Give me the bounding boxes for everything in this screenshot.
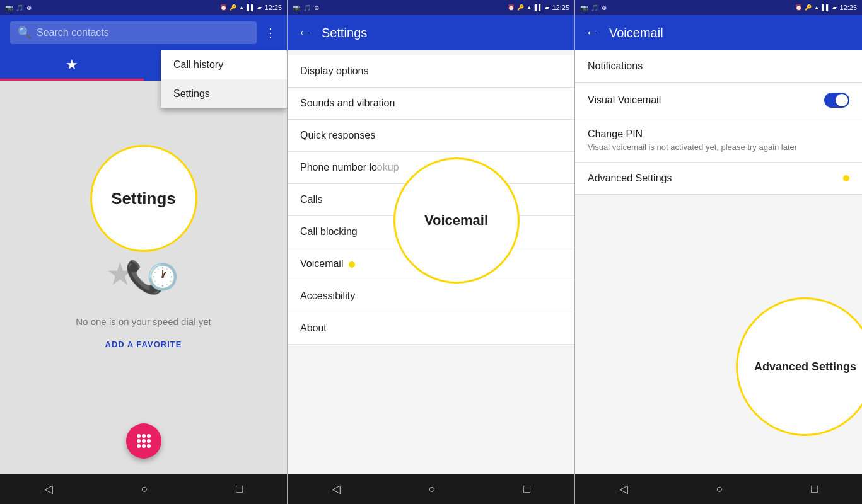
status-bar-2: 📷 🎵 ⊕ ⏰ 🔑 ▲ ▌▌ ▰ 12:25 [288, 0, 574, 15]
wifi-icon-2: ▲ [527, 4, 532, 11]
status-right-icons: ⏰ 🔑 ▲ ▌▌ ▰ 12:25 [220, 4, 282, 11]
status-left-icons-2: 📷 🎵 ⊕ [293, 4, 319, 11]
nav-back-2[interactable]: ◁ [332, 482, 341, 496]
dropdown-call-history[interactable]: Call history [161, 50, 287, 79]
signal-icon-2: ▌▌ [535, 4, 543, 11]
app-bar-3: ← Voicemail [575, 15, 862, 50]
star-icon: ★ [66, 57, 78, 73]
key-icon: 🔑 [230, 4, 236, 11]
dropdown-settings[interactable]: Settings [161, 79, 287, 108]
app-icon: ⊕ [26, 4, 32, 11]
overflow-icon[interactable]: ⋮ [264, 25, 277, 40]
nav-bar-1: ◁ ○ □ [0, 474, 287, 504]
app-icon-2: ⊕ [314, 4, 319, 11]
empty-state-1: ★ 📞 🕐 No one is on your speed dial yet A… [76, 256, 211, 349]
voicemail-list: Notifications Visual Voicemail Change PI… [575, 50, 862, 474]
advanced-settings-dot [843, 175, 849, 181]
screen2: 📷 🎵 ⊕ ⏰ 🔑 ▲ ▌▌ ▰ 12:25 ← Settings Displa… [288, 0, 575, 504]
nav-home-3[interactable]: ○ [716, 483, 723, 496]
nav-home-2[interactable]: ○ [429, 483, 436, 496]
settings-annotation-label: Settings [111, 189, 176, 209]
search-icon: 🔍 [18, 26, 32, 40]
voicemail-change-pin[interactable]: Change PIN Visual voicemail is not activ… [575, 118, 862, 163]
nav-recent-3[interactable]: □ [811, 483, 818, 496]
settings-calls[interactable]: Calls [288, 184, 574, 216]
photo-icon-2: 📷 [293, 4, 300, 11]
dropdown-menu: Call history Settings [161, 50, 287, 108]
nav-back-3[interactable]: ◁ [619, 482, 628, 496]
photo-icon-3: 📷 [580, 4, 588, 11]
status-right-icons-3: ⏰ 🔑 ▲ ▌▌ ▰ 12:25 [795, 4, 857, 11]
app-bar-1: 🔍 Search contacts ⋮ [0, 15, 287, 50]
key-icon-3: 🔑 [805, 4, 812, 11]
nav-bar-2: ◁ ○ □ [288, 474, 574, 504]
empty-text: No one is on your speed dial yet [76, 316, 211, 327]
battery-icon-2: ▰ [545, 4, 549, 11]
signal-icon-3: ▌▌ [822, 4, 830, 11]
key-icon-2: 🔑 [517, 4, 524, 11]
nav-back-1[interactable]: ◁ [44, 482, 53, 496]
fab-dialpad[interactable] [126, 423, 161, 459]
headset-icon-2: 🎵 [303, 4, 311, 11]
battery-icon: ▰ [257, 4, 262, 11]
settings-call-blocking[interactable]: Call blocking [288, 216, 574, 248]
wifi-icon: ▲ [239, 4, 245, 11]
settings-list: Display options Sounds and vibration Qui… [288, 50, 574, 474]
settings-title: Settings [322, 26, 564, 40]
status-time-1: 12:25 [264, 4, 282, 11]
headset-icon: 🎵 [16, 4, 23, 11]
status-time-2: 12:25 [552, 4, 569, 11]
battery-icon-3: ▰ [832, 4, 837, 11]
settings-quick-responses[interactable]: Quick responses [288, 120, 574, 152]
nav-recent-2[interactable]: □ [523, 483, 530, 496]
notifications-label: Notifications [588, 60, 643, 72]
photo-icon: 📷 [5, 4, 13, 11]
alarm-icon-2: ⏰ [508, 4, 515, 11]
back-button-2[interactable]: ← [298, 25, 312, 41]
advanced-settings-annotation-label: Advanced Settings [754, 360, 856, 374]
visual-voicemail-toggle[interactable] [824, 93, 849, 108]
headset-icon-3: 🎵 [591, 4, 598, 11]
alarm-icon-3: ⏰ [795, 4, 802, 11]
add-favorite-button[interactable]: ADD A FAVORITE [105, 340, 182, 349]
status-time-3: 12:25 [839, 4, 857, 11]
change-pin-subtext: Visual voicemail is not activated yet, p… [588, 142, 797, 152]
nav-bar-3: ◁ ○ □ [575, 474, 862, 504]
status-right-icons-2: ⏰ 🔑 ▲ ▌▌ ▰ 12:25 [508, 4, 569, 11]
advanced-settings-annotation-circle: Advanced Settings [736, 297, 862, 436]
back-button-3[interactable]: ← [585, 25, 599, 41]
voicemail-notifications[interactable]: Notifications [575, 50, 862, 83]
change-pin-label: Change PIN [588, 129, 643, 140]
status-left-icons-3: 📷 🎵 ⊕ [580, 4, 607, 11]
search-box[interactable]: 🔍 Search contacts [10, 21, 257, 44]
settings-sounds[interactable]: Sounds and vibration [288, 88, 574, 120]
settings-about[interactable]: About [288, 312, 574, 345]
voicemail-indicator-dot [349, 261, 355, 268]
app-bar-2: ← Settings [288, 15, 574, 50]
settings-accessibility[interactable]: Accessibility [288, 280, 574, 312]
nav-recent-1[interactable]: □ [236, 483, 243, 496]
visual-voicemail-label: Visual Voicemail [588, 94, 661, 106]
empty-clock-icon: 🕐 [147, 262, 178, 292]
status-bar-1: 📷 🎵 ⊕ ⏰ 🔑 ▲ ▌▌ ▰ 12:25 [0, 0, 287, 15]
settings-annotation-circle: Settings [90, 145, 197, 252]
voicemail-advanced[interactable]: Advanced Settings [575, 163, 862, 195]
app-icon-3: ⊕ [602, 4, 607, 11]
main-content-1: Settings ★ 📞 🕐 No one is on your speed d… [0, 81, 287, 474]
voicemail-page-title: Voicemail [609, 26, 852, 40]
wifi-icon-3: ▲ [814, 4, 820, 11]
advanced-settings-label: Advanced Settings [588, 173, 672, 184]
nav-home-1[interactable]: ○ [141, 483, 148, 496]
alarm-icon: ⏰ [220, 4, 227, 11]
empty-icons: ★ 📞 🕐 [106, 256, 182, 306]
settings-phone-lookup[interactable]: Phone number lookup [288, 152, 574, 184]
dialpad-icon [137, 434, 151, 448]
tab-favorites[interactable]: ★ [0, 50, 144, 81]
status-left-icons: 📷 🎵 ⊕ [5, 4, 32, 11]
screen1: 📷 🎵 ⊕ ⏰ 🔑 ▲ ▌▌ ▰ 12:25 🔍 Search contacts… [0, 0, 288, 504]
settings-voicemail[interactable]: Voicemail [288, 248, 574, 280]
voicemail-visual[interactable]: Visual Voicemail [575, 83, 862, 118]
voicemail-label: Voicemail [300, 258, 343, 269]
settings-display-options[interactable]: Display options [288, 55, 574, 88]
screen3: 📷 🎵 ⊕ ⏰ 🔑 ▲ ▌▌ ▰ 12:25 ← Voicemail Notif… [575, 0, 862, 504]
